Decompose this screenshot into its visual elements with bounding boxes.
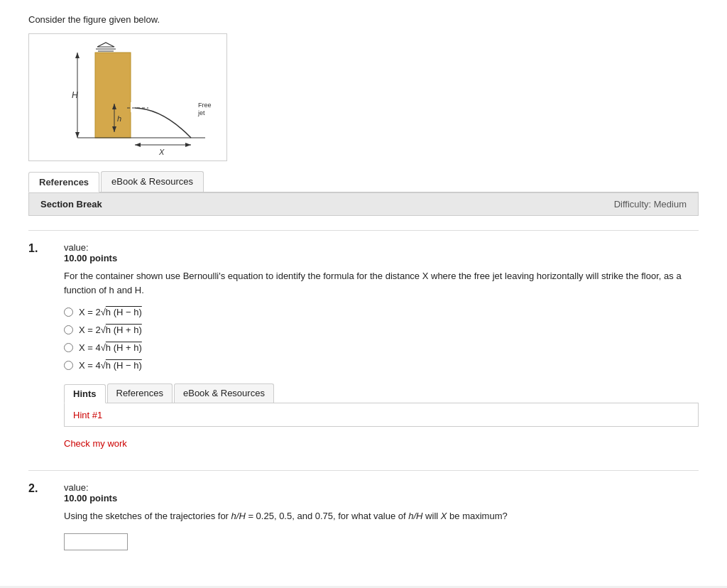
option-4-label: X = 4√h (H − h)	[79, 360, 142, 371]
divider-2	[28, 470, 699, 471]
option-4-radio[interactable]	[64, 361, 73, 370]
section-break-bar: Section Break Difficulty: Medium	[28, 192, 699, 216]
problem-2: 2. value: 10.00 points Using the sketche…	[28, 482, 699, 550]
problem-1-value-label: value:	[64, 242, 117, 253]
svg-text:H: H	[72, 90, 78, 100]
svg-rect-4	[95, 53, 131, 138]
problem-2-value-label: value:	[64, 482, 117, 493]
problem-2-value-block: value: 10.00 points	[64, 482, 117, 503]
intro-tabs-row: References eBook & Resources	[28, 171, 699, 192]
difficulty-label: Difficulty: Medium	[614, 199, 687, 209]
tab-ebook-resources[interactable]: eBook & Resources	[101, 171, 204, 192]
problem-1-tabs-row: Hints References eBook & Resources	[64, 383, 699, 403]
problem-2-answer-input[interactable]	[64, 533, 128, 550]
check-my-work-link[interactable]: Check my work	[64, 438, 127, 449]
problem-2-content: Using the sketches of the trajectories f…	[64, 509, 699, 550]
option-1[interactable]: X = 2√h (H − h)	[64, 307, 699, 317]
option-4[interactable]: X = 4√h (H − h)	[64, 360, 699, 371]
problem-1: 1. value: 10.00 points For the container…	[28, 242, 699, 449]
option-1-label: X = 2√h (H − h)	[79, 307, 142, 317]
option-2[interactable]: X = 2√h (H + h)	[64, 325, 699, 335]
problem-2-number: 2.	[28, 482, 50, 495]
problem-1-hint-box: Hint #1	[64, 403, 699, 427]
problem-1-options: X = 2√h (H − h) X = 2√h (H + h) X = 4√h …	[64, 307, 699, 371]
section-break-label: Section Break	[40, 199, 102, 209]
divider-1	[28, 230, 699, 231]
svg-text:Free: Free	[198, 102, 212, 109]
figure-box: H h X Free jet	[28, 33, 227, 161]
problem-1-content: For the container shown use Bernoulli's …	[64, 269, 699, 449]
intro-text: Consider the figure given below.	[28, 14, 699, 25]
problem-2-question: Using the sketches of the trajectories f…	[64, 509, 699, 523]
problem-2-points: 10.00 points	[64, 493, 117, 503]
svg-text:h: h	[117, 114, 121, 123]
problem-1-tab-references[interactable]: References	[107, 383, 173, 403]
problem-1-value-block: value: 10.00 points	[64, 242, 117, 263]
svg-text:X: X	[158, 148, 165, 156]
option-3-radio[interactable]	[64, 343, 73, 352]
problem-1-header: 1. value: 10.00 points	[28, 242, 699, 263]
problem-1-question: For the container shown use Bernoulli's …	[64, 269, 699, 297]
problem-1-number: 1.	[28, 242, 50, 255]
problem-1-tab-ebook[interactable]: eBook & Resources	[174, 383, 274, 403]
hint-1-link[interactable]: Hint #1	[73, 410, 102, 420]
problem-1-tab-hints[interactable]: Hints	[64, 384, 106, 403]
figure-svg: H h X Free jet	[35, 40, 219, 157]
option-2-radio[interactable]	[64, 325, 73, 334]
option-2-label: X = 2√h (H + h)	[79, 325, 142, 335]
svg-text:jet: jet	[197, 109, 205, 116]
option-1-radio[interactable]	[64, 307, 73, 317]
option-3-label: X = 4√h (H + h)	[79, 342, 142, 353]
problem-1-points: 10.00 points	[64, 253, 117, 263]
svg-rect-9	[131, 102, 135, 112]
option-3[interactable]: X = 4√h (H + h)	[64, 342, 699, 353]
tab-references[interactable]: References	[28, 172, 99, 192]
problem-2-header: 2. value: 10.00 points	[28, 482, 699, 503]
